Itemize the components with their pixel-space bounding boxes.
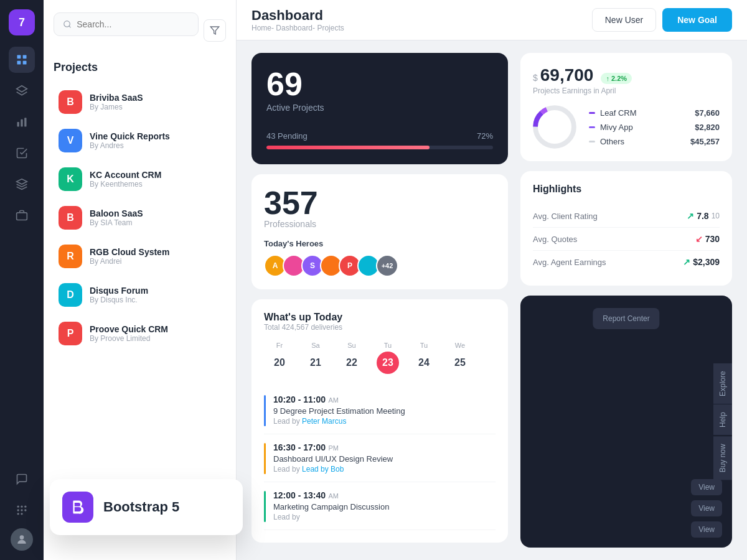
new-goal-button[interactable]: New Goal	[662, 8, 732, 32]
professionals-count: 357	[264, 187, 496, 219]
svg-line-19	[69, 26, 71, 28]
legend-label: Mivy App	[600, 123, 633, 132]
event-bar	[264, 395, 266, 426]
project-logo: P	[59, 322, 82, 345]
event-item: 16:30 - 17:00 PM Dashboard UI/UX Design …	[264, 434, 496, 482]
day-number: 20	[268, 352, 291, 374]
view-button-2[interactable]: View	[691, 500, 722, 516]
project-item[interactable]: B Briviba SaaS By James	[54, 84, 226, 120]
schedule-header: What's up Today Total 424,567 deliveries	[264, 312, 496, 332]
project-logo: K	[59, 167, 82, 191]
project-logo: B	[59, 206, 82, 230]
day-number: 25	[449, 352, 471, 374]
heroes-title: Today's Heroes	[264, 239, 496, 248]
report-center-button[interactable]: Report Center	[593, 308, 659, 329]
day-item[interactable]: Tu 23	[372, 342, 403, 374]
event-name: Marketing Campaign Discussion	[273, 502, 389, 511]
legend-value: $2,820	[695, 123, 720, 132]
search-input[interactable]	[77, 19, 189, 29]
svg-rect-8	[17, 213, 27, 220]
highlight-label: Avg. Client Rating	[533, 212, 598, 221]
highlight-row: Avg. Quotes ↙ 730	[533, 228, 720, 251]
sidebar: 7	[0, 0, 44, 560]
project-item[interactable]: K KC Account CRM By Keenthemes	[54, 161, 226, 197]
day-label: Tu	[420, 342, 428, 349]
event-lead-link[interactable]: Lead by Bob	[302, 465, 344, 474]
side-tab[interactable]: Buy now	[713, 436, 732, 480]
day-item[interactable]: Tu 24	[408, 342, 439, 374]
event-lead-link[interactable]: Peter Marcus	[302, 417, 346, 426]
svg-marker-4	[17, 86, 27, 92]
bootstrap-icon	[62, 492, 93, 523]
new-user-button[interactable]: New User	[592, 8, 656, 32]
day-item[interactable]: Sa 21	[300, 342, 331, 374]
trend-up-icon: ↗	[683, 257, 690, 267]
day-item[interactable]: Fr 20	[264, 342, 295, 374]
svg-rect-5	[17, 122, 19, 127]
project-name: RGB Cloud System	[90, 247, 169, 257]
event-time-row: 12:00 - 13:40 AM	[273, 490, 389, 501]
project-name: Vine Quick Reports	[90, 131, 170, 141]
project-by: By Proove Limited	[90, 334, 168, 343]
sidebar-icon-apps[interactable]	[9, 497, 35, 523]
schedule-subtitle: Total 424,567 deliveries	[264, 323, 496, 332]
sidebar-icon-grid[interactable]	[9, 47, 35, 73]
user-avatar[interactable]	[11, 528, 33, 551]
event-lead: Lead by	[273, 513, 389, 521]
earnings-currency: $	[533, 73, 538, 83]
sidebar-icon-message[interactable]	[9, 466, 35, 492]
schedule-card: What's up Today Total 424,567 deliveries…	[251, 299, 508, 543]
project-item[interactable]: B Baloon SaaS By SIA Team	[54, 200, 226, 236]
search-bar	[54, 12, 199, 36]
pending-row: 43 Pending 72%	[266, 131, 493, 141]
project-name: Briviba SaaS	[90, 93, 143, 103]
side-tab[interactable]: Help	[713, 404, 732, 435]
svg-marker-20	[210, 27, 218, 34]
side-tab[interactable]: Explore	[713, 363, 732, 404]
event-name: 9 Degree Project Estimation Meeting	[273, 406, 405, 416]
view-button-1[interactable]: View	[691, 479, 722, 495]
earnings-legend: Leaf CRM $7,660 Mivy App $2,820 Others $…	[589, 108, 720, 146]
sidebar-icon-stack[interactable]	[9, 171, 35, 197]
event-time: 16:30 - 17:00	[273, 442, 326, 452]
svg-point-9	[17, 506, 19, 508]
project-item[interactable]: D Disqus Forum By Disqus Inc.	[54, 277, 226, 313]
day-item[interactable]: We 25	[444, 342, 476, 374]
page-title: Dashboard	[251, 7, 344, 24]
day-label: We	[455, 342, 465, 349]
project-by: By Andres	[90, 141, 170, 150]
sidebar-icon-check[interactable]	[9, 140, 35, 166]
sidebar-icon-chart[interactable]	[9, 109, 35, 135]
project-item[interactable]: R RGB Cloud System By Andrei	[54, 238, 226, 274]
progress-fill	[266, 146, 430, 149]
event-time: 10:20 - 11:00	[273, 394, 326, 404]
sidebar-icon-layers[interactable]	[9, 78, 35, 104]
avatars-row: ASP+42	[264, 254, 496, 277]
legend-dot	[589, 126, 595, 128]
left-panel: Projects B Briviba SaaS By James V Vine …	[44, 0, 237, 560]
event-time-row: 10:20 - 11:00 AM	[273, 394, 405, 405]
project-item[interactable]: V Vine Quick Reports By Andres	[54, 123, 226, 159]
day-number: 21	[304, 352, 327, 374]
trend-up-icon: ↗	[687, 211, 694, 221]
event-time-row: 16:30 - 17:00 PM	[273, 442, 393, 453]
view-button-3[interactable]: View	[691, 521, 722, 538]
project-by: By Disqus Inc.	[90, 296, 148, 304]
event-details: 12:00 - 13:40 AM Marketing Campaign Disc…	[273, 490, 389, 521]
filter-button[interactable]	[204, 19, 226, 42]
project-info: Vine Quick Reports By Andres	[90, 131, 170, 150]
day-label: Su	[347, 342, 355, 349]
sidebar-avatar[interactable]: 7	[9, 9, 35, 35]
top-bar: Dashboard Home- Dashboard- Projects New …	[237, 0, 747, 40]
project-info: KC Account CRM By Keenthemes	[90, 170, 161, 189]
event-ampm: AM	[329, 396, 339, 404]
sidebar-icon-briefcase[interactable]	[9, 202, 35, 228]
content-right: $ 69,700 ↑ 2.2% Projects Earnings in Apr…	[520, 53, 732, 548]
project-info: Proove Quick CRM By Proove Limited	[90, 324, 168, 343]
days-row: Fr 20 Sa 21 Su 22 Tu 23 Tu 24 We 25	[264, 342, 496, 374]
day-item[interactable]: Su 22	[336, 342, 367, 374]
project-item[interactable]: P Proove Quick CRM By Proove Limited	[54, 315, 226, 352]
search-wrapper	[54, 12, 226, 49]
highlight-row: Avg. Agent Earnings ↗ $2,309	[533, 251, 720, 273]
highlight-row: Avg. Client Rating ↗ 7.8 10	[533, 205, 720, 228]
